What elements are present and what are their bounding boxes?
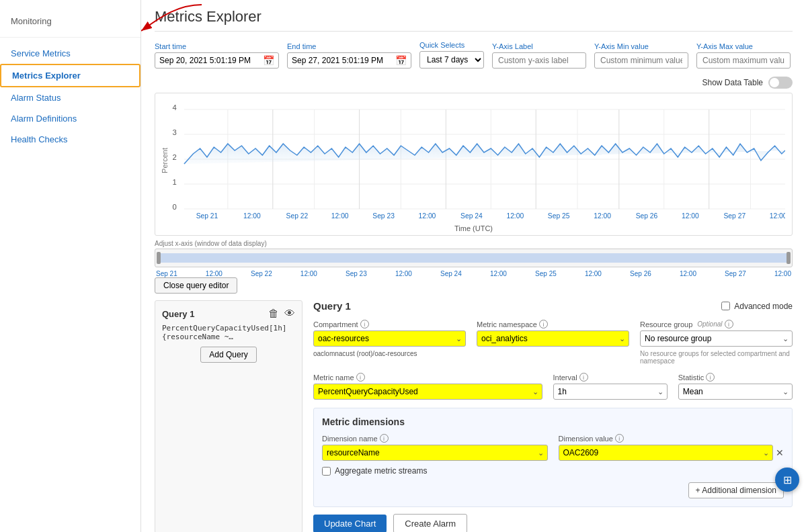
query-left-icons: 🗑 👁 <box>268 308 295 320</box>
start-time-input[interactable] <box>159 56 260 65</box>
resource-group-select[interactable]: No resource group <box>640 330 793 347</box>
quick-selects-select[interactable]: Last 7 days <box>420 52 483 68</box>
start-time-input-wrap[interactable]: 📅 <box>155 52 279 69</box>
sidebar: Monitoring Service Metrics Metrics Explo… <box>0 0 141 532</box>
additional-dimension-button[interactable]: + Additional dimension <box>688 482 784 498</box>
yaxis-min-label: Y-Axis Min value <box>594 42 688 50</box>
adj-x-1200-6: 12:00 <box>680 270 696 277</box>
adj-x-sep21: Sep 21 <box>156 270 177 277</box>
close-query-editor-button[interactable]: Close query editor <box>155 277 237 294</box>
quick-selects-wrap[interactable]: Last 7 days <box>419 51 484 69</box>
form-row-2: Metric name i PercentQueryCapacityUsed I… <box>313 373 793 400</box>
help-button[interactable]: ⊞ <box>775 468 799 492</box>
yaxis-min-input[interactable] <box>594 52 688 69</box>
advanced-mode-checkbox[interactable] <box>721 302 730 310</box>
dimension-value-row: OAC2609 ✕ <box>559 445 784 461</box>
x-adjuster-handle-right[interactable] <box>787 252 791 264</box>
interval-select[interactable]: 1h <box>553 384 668 400</box>
update-chart-button[interactable]: Update Chart <box>313 515 387 532</box>
dimension-name-select-wrapper: resourceName <box>322 445 548 461</box>
yaxis-max-input[interactable] <box>696 52 791 69</box>
y-tick-2: 2 <box>172 153 176 161</box>
x-axis-labels: Sep 21 12:00 Sep 22 12:00 Sep 23 12:00 S… <box>155 270 793 277</box>
statistic-label: Statistic i <box>678 373 793 382</box>
x-tick-sep27: Sep 27 <box>724 212 746 220</box>
dimension-value-info-icon: i <box>615 434 624 443</box>
sidebar-item-alarm-status[interactable]: Alarm Status <box>0 87 140 108</box>
quick-selects-label: Quick Selects <box>419 41 484 49</box>
metric-namespace-select[interactable]: oci_analytics <box>477 330 629 347</box>
x-adjuster-handle-left[interactable] <box>157 252 161 264</box>
dimension-value-select-wrapper: OAC2609 <box>559 445 774 461</box>
yaxis-label-input[interactable] <box>492 52 586 69</box>
adj-x-sep26: Sep 26 <box>630 270 651 277</box>
y-axis-label: Percent <box>162 147 169 173</box>
sidebar-item-alarm-definitions[interactable]: Alarm Definitions <box>0 108 140 129</box>
show-data-table-toggle[interactable] <box>768 77 793 89</box>
main-content: Metrics Explorer Start time 📅 End time 📅… <box>141 0 806 532</box>
sidebar-item-metrics-explorer[interactable]: Metrics Explorer <box>0 64 140 87</box>
y-tick-0: 0 <box>172 203 176 211</box>
compartment-select[interactable]: oac-resources <box>313 330 466 347</box>
x-tick-sep25: Sep 25 <box>548 212 570 220</box>
resource-group-note: No resource groups for selected compartm… <box>640 350 793 365</box>
adj-x-sep22: Sep 22 <box>251 270 272 277</box>
sidebar-item-service-metrics[interactable]: Service Metrics <box>0 43 140 64</box>
statistic-select[interactable]: Mean <box>678 384 793 400</box>
dimension-value-group: Dimension value i OAC2609 ✕ <box>559 434 784 461</box>
start-time-calendar-icon[interactable]: 📅 <box>263 55 274 66</box>
statistic-info-icon: i <box>706 373 715 382</box>
metric-name-group: Metric name i PercentQueryCapacityUsed <box>313 373 542 400</box>
compartment-group: Compartment i oac-resources oaclomnacust… <box>313 320 466 357</box>
show-data-table-row: Show Data Table <box>155 77 793 89</box>
yaxis-max-group: Y-Axis Max value <box>696 42 791 69</box>
x-tick-1200-5: 12:00 <box>594 212 611 220</box>
visibility-icon[interactable]: 👁 <box>284 308 295 320</box>
advanced-mode-wrap: Advanced mode <box>721 302 793 311</box>
metric-name-select-wrapper: PercentQueryCapacityUsed <box>313 384 542 400</box>
query-left-panel: Query 1 🗑 👁 PercentQueryCapacityUsed[1h]… <box>155 300 303 532</box>
create-alarm-button[interactable]: Create Alarm <box>393 514 467 532</box>
resource-group-group: Resource group Optional i No resource gr… <box>640 320 793 365</box>
adj-x-1200-1: 12:00 <box>206 270 223 277</box>
aggregate-checkbox[interactable] <box>322 467 331 476</box>
query-left-title: Query 1 <box>162 309 194 319</box>
dimension-value-select[interactable]: OAC2609 <box>559 445 774 461</box>
sidebar-item-health-checks[interactable]: Health Checks <box>0 129 140 150</box>
x-adjuster-bar <box>157 253 791 263</box>
query-right-panel: Query 1 Advanced mode Compartment i oac-… <box>313 300 793 532</box>
delete-icon[interactable]: 🗑 <box>268 308 279 320</box>
end-time-calendar-icon[interactable]: 📅 <box>395 55 407 66</box>
dimension-name-info-icon: i <box>380 434 389 443</box>
end-time-group: End time 📅 <box>287 42 411 69</box>
resource-group-select-wrapper: No resource group <box>640 330 793 347</box>
metric-namespace-label: Metric namespace i <box>477 320 629 328</box>
query-right-title: Query 1 <box>313 300 351 312</box>
bottom-buttons: Update Chart Create Alarm <box>313 514 793 532</box>
end-time-input-wrap[interactable]: 📅 <box>287 52 411 69</box>
x-adjuster[interactable] <box>155 249 793 267</box>
add-query-button[interactable]: Add Query <box>200 347 256 363</box>
metric-name-select[interactable]: PercentQueryCapacityUsed <box>313 384 542 400</box>
adj-x-1200-5: 12:00 <box>585 270 602 277</box>
end-time-input[interactable] <box>292 56 393 65</box>
controls-row: Start time 📅 End time 📅 Quick Selects La… <box>155 41 793 69</box>
query-right-header: Query 1 Advanced mode <box>313 300 793 312</box>
dimensions-row: Dimension name i resourceName Dimension … <box>322 434 784 461</box>
interval-label: Interval i <box>553 373 668 382</box>
yaxis-max-label: Y-Axis Max value <box>696 42 791 50</box>
x-tick-1200-7: 12:00 <box>770 212 785 220</box>
query-code: PercentQueryCapacityUsed[1h]{resourceNam… <box>162 324 295 341</box>
help-icon: ⊞ <box>783 474 792 486</box>
x-tick-sep23: Sep 23 <box>372 212 395 220</box>
adj-x-1200-2: 12:00 <box>300 270 317 277</box>
adj-x-1200-4: 12:00 <box>490 270 507 277</box>
x-tick-1200-4: 12:00 <box>506 212 524 220</box>
metric-namespace-group: Metric namespace i oci_analytics <box>477 320 629 347</box>
chart-line <box>184 144 785 164</box>
dimension-name-select[interactable]: resourceName <box>322 445 548 461</box>
dimension-remove-icon[interactable]: ✕ <box>776 447 784 458</box>
x-tick-sep21: Sep 21 <box>196 212 218 220</box>
compartment-label: Compartment i <box>313 320 466 328</box>
adj-x-sep23: Sep 23 <box>346 270 367 277</box>
